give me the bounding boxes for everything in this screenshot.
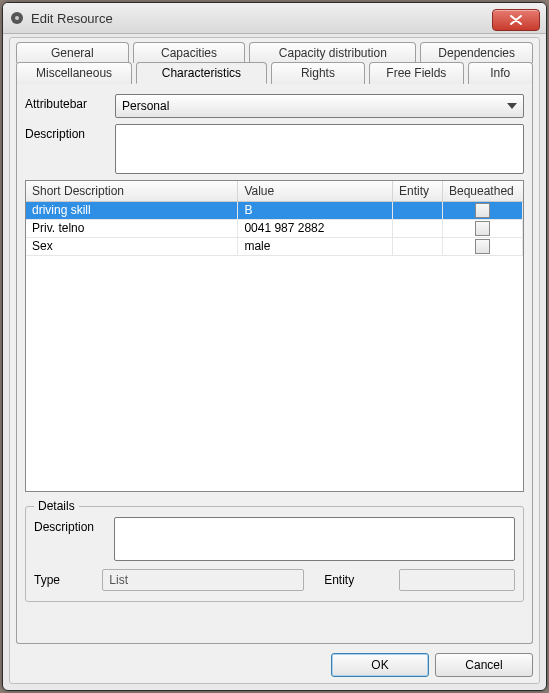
bequeathed-checkbox[interactable] [475, 239, 490, 254]
details-entity-label: Entity [324, 573, 392, 587]
bequeathed-checkbox[interactable] [475, 203, 490, 218]
description-label: Description [25, 124, 115, 141]
edit-resource-window: Edit Resource General Capacities Capacit… [2, 2, 547, 691]
tab-characteristics[interactable]: Characteristics [136, 62, 267, 84]
cell-value: B [238, 202, 393, 219]
details-group: Details Description Type List Entity [25, 506, 524, 602]
cancel-button[interactable]: Cancel [435, 653, 533, 677]
col-short-description[interactable]: Short Description [26, 181, 238, 201]
characteristics-table: Short Description Value Entity Bequeathe… [25, 180, 524, 492]
tab-dependencies[interactable]: Dependencies [420, 42, 533, 63]
cell-desc: Sex [26, 238, 238, 255]
table-row[interactable]: Sex male [26, 238, 523, 256]
cell-value: 0041 987 2882 [238, 220, 393, 237]
cell-bequeathed [443, 202, 523, 219]
tab-info[interactable]: Info [468, 62, 533, 84]
tab-capacities[interactable]: Capacities [133, 42, 246, 63]
cell-bequeathed [443, 220, 523, 237]
table-header-row: Short Description Value Entity Bequeathe… [26, 181, 523, 202]
details-description-input[interactable] [114, 517, 515, 561]
col-entity[interactable]: Entity [393, 181, 443, 201]
details-description-label: Description [34, 517, 114, 534]
attributebar-label: Attributebar [25, 94, 115, 111]
close-button[interactable] [492, 9, 540, 31]
dialog-button-bar: OK Cancel [331, 653, 533, 677]
table-row[interactable]: Priv. telno 0041 987 2882 [26, 220, 523, 238]
details-type-field: List [102, 569, 304, 591]
cell-desc: Priv. telno [26, 220, 238, 237]
client-area: General Capacities Capacity distribution… [9, 37, 540, 684]
tab-rights[interactable]: Rights [271, 62, 365, 84]
details-entity-field [399, 569, 515, 591]
ok-button[interactable]: OK [331, 653, 429, 677]
description-input[interactable] [115, 124, 524, 174]
svg-point-1 [15, 16, 19, 20]
window-title: Edit Resource [31, 11, 492, 26]
tab-strip: General Capacities Capacity distribution… [10, 38, 539, 84]
cell-entity [393, 220, 443, 237]
cell-value: male [238, 238, 393, 255]
chevron-down-icon [507, 103, 517, 109]
details-legend: Details [34, 499, 79, 513]
col-bequeathed[interactable]: Bequeathed [443, 181, 523, 201]
attributebar-dropdown[interactable]: Personal [115, 94, 524, 118]
tab-miscellaneous[interactable]: Miscellaneous [16, 62, 132, 84]
col-value[interactable]: Value [238, 181, 393, 201]
cell-bequeathed [443, 238, 523, 255]
tab-free-fields[interactable]: Free Fields [369, 62, 463, 84]
cell-entity [393, 238, 443, 255]
app-icon [9, 10, 25, 26]
cell-desc: driving skill [26, 202, 238, 219]
tab-capacity-distribution[interactable]: Capacity distribution [249, 42, 416, 63]
titlebar[interactable]: Edit Resource [3, 3, 546, 34]
tab-general[interactable]: General [16, 42, 129, 63]
cell-entity [393, 202, 443, 219]
attributebar-value: Personal [122, 99, 169, 113]
tab-body-characteristics: Attributebar Personal Description Short … [16, 84, 533, 644]
table-row[interactable]: driving skill B [26, 202, 523, 220]
bequeathed-checkbox[interactable] [475, 221, 490, 236]
details-type-label: Type [34, 573, 102, 587]
